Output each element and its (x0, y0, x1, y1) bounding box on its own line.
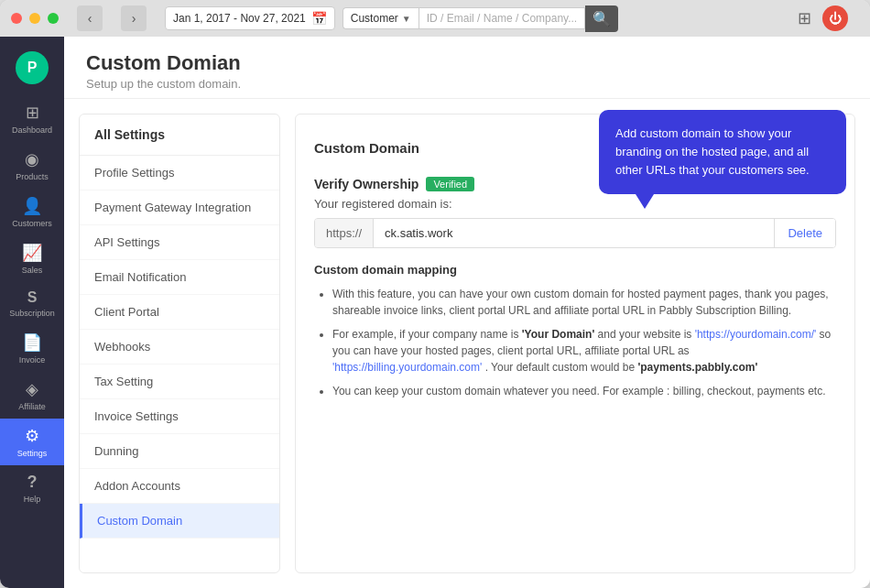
page-header: Custom Domian Setup up the custom domain… (64, 37, 870, 99)
mapping-item-1: With this feature, you can have your own… (332, 286, 836, 319)
address-area: Jan 1, 2017 - Nov 27, 2021 📅 Customer ▼ … (154, 5, 790, 32)
settings-icon: ⚙ (25, 426, 39, 446)
tooltip-arrow-icon (636, 194, 654, 209)
delete-button[interactable]: Delete (774, 219, 835, 247)
customer-dropdown[interactable]: Customer ▼ (343, 7, 419, 29)
sidebar-item-help[interactable]: ? Help (0, 465, 64, 511)
date-filter[interactable]: Jan 1, 2017 - Nov 27, 2021 📅 (165, 6, 335, 30)
main-content: Custom Domian Setup up the custom domain… (64, 37, 870, 588)
logo-icon: P (16, 51, 49, 84)
mapping-item-2: For example, if your company name is 'Yo… (332, 326, 836, 376)
settings-item-profile[interactable]: Profile Settings (80, 156, 279, 191)
search-placeholder: ID / Email / Name / Company... (427, 12, 578, 25)
sidebar-label-products: Products (16, 172, 49, 181)
sidebar: P ⊞ Dashboard ◉ Products 👤 Customers 📈 S… (0, 37, 64, 588)
mapping-section: Custom domain mapping With this feature,… (314, 263, 836, 399)
mapping-list: With this feature, you can have your own… (314, 286, 836, 399)
affiliate-icon: ◈ (26, 379, 38, 399)
page-subtitle: Setup up the custom domain. (86, 77, 848, 91)
app-layout: P ⊞ Dashboard ◉ Products 👤 Customers 📈 S… (0, 37, 870, 588)
content-area: All Settings Profile Settings Payment Ga… (64, 99, 870, 588)
minimize-dot[interactable] (29, 13, 40, 24)
forward-button[interactable]: › (121, 5, 147, 31)
subscription-icon: S (27, 289, 38, 306)
sidebar-item-invoice[interactable]: 📄 Invoice (0, 325, 64, 372)
sidebar-label-affiliate: Affiliate (18, 402, 45, 411)
sidebar-label-customers: Customers (12, 219, 52, 228)
right-panel: Add custom domain to show your branding … (295, 114, 855, 573)
maximize-dot[interactable] (48, 13, 59, 24)
mapping-item-3: You can keep your custom domain whatever… (332, 383, 836, 399)
sidebar-item-sales[interactable]: 📈 Sales (0, 235, 64, 282)
logo: P (12, 46, 52, 95)
page-title: Custom Domian (86, 51, 848, 75)
titlebar: ‹ › Jan 1, 2017 - Nov 27, 2021 📅 Custome… (0, 0, 870, 37)
calendar-icon: 📅 (311, 11, 327, 26)
customers-icon: 👤 (22, 196, 42, 216)
close-dot[interactable] (11, 13, 22, 24)
settings-item-dunning[interactable]: Dunning (80, 434, 279, 469)
verified-badge: Verified (426, 177, 474, 191)
date-range-label: Jan 1, 2017 - Nov 27, 2021 (173, 12, 306, 25)
sidebar-label-invoice: Invoice (19, 355, 46, 365)
panel-title: Custom Domain (314, 140, 419, 156)
sidebar-item-subscription[interactable]: S Subscription (0, 282, 64, 325)
settings-sidebar: All Settings Profile Settings Payment Ga… (79, 114, 280, 573)
titlebar-right: ⊞ ⏻ (798, 5, 859, 31)
invoice-icon: 📄 (22, 332, 42, 353)
back-button[interactable]: ‹ (77, 5, 103, 31)
chevron-down-icon: ▼ (402, 14, 411, 24)
settings-item-invoice[interactable]: Invoice Settings (80, 399, 279, 434)
tooltip-overlay: Add custom domain to show your branding … (599, 110, 846, 194)
settings-item-addon[interactable]: Addon Accounts (80, 469, 279, 504)
sidebar-label-sales: Sales (22, 266, 43, 275)
search-button[interactable]: 🔍 (585, 5, 618, 32)
power-icon: ⏻ (829, 11, 842, 26)
sidebar-item-settings[interactable]: ⚙ Settings (0, 419, 64, 465)
domain-prefix: https:// (315, 219, 374, 247)
products-icon: ◉ (25, 149, 39, 169)
sales-icon: 📈 (22, 243, 42, 263)
customer-label: Customer (351, 12, 398, 25)
app-window: ‹ › Jan 1, 2017 - Nov 27, 2021 📅 Custome… (0, 0, 870, 588)
verify-title-text: Verify Ownership (314, 177, 419, 191)
search-input[interactable]: ID / Email / Name / Company... (419, 7, 586, 29)
sidebar-label-subscription: Subscription (9, 309, 55, 318)
sidebar-item-dashboard[interactable]: ⊞ Dashboard (0, 95, 64, 142)
registered-label: Your registered domain is: (314, 197, 836, 211)
grid-icon[interactable]: ⊞ (798, 8, 811, 28)
search-icon: 🔍 (593, 10, 611, 27)
sidebar-item-customers[interactable]: 👤 Customers (0, 189, 64, 235)
sidebar-label-settings: Settings (17, 449, 48, 458)
help-icon: ? (27, 473, 38, 492)
dashboard-icon: ⊞ (26, 103, 39, 123)
settings-item-email[interactable]: Email Notification (80, 260, 279, 295)
sidebar-label-dashboard: Dashboard (12, 125, 52, 135)
settings-item-api[interactable]: API Settings (80, 225, 279, 260)
settings-item-payment[interactable]: Payment Gateway Integration (80, 191, 279, 225)
sidebar-item-products[interactable]: ◉ Products (0, 142, 64, 189)
sidebar-item-affiliate[interactable]: ◈ Affiliate (0, 372, 64, 419)
domain-value[interactable]: ck.satis.work (374, 219, 774, 247)
power-button[interactable]: ⏻ (822, 5, 848, 31)
settings-sidebar-title: All Settings (80, 114, 279, 156)
tooltip-text: Add custom domain to show your branding … (615, 126, 810, 177)
settings-item-tax[interactable]: Tax Setting (80, 365, 279, 399)
mapping-title: Custom domain mapping (314, 263, 836, 277)
settings-item-webhooks[interactable]: Webhooks (80, 330, 279, 365)
sidebar-label-help: Help (24, 495, 41, 504)
domain-input-row: https:// ck.satis.work Delete (314, 218, 836, 248)
settings-item-portal[interactable]: Client Portal (80, 295, 279, 330)
settings-item-custom-domain[interactable]: Custom Domain (80, 504, 279, 539)
